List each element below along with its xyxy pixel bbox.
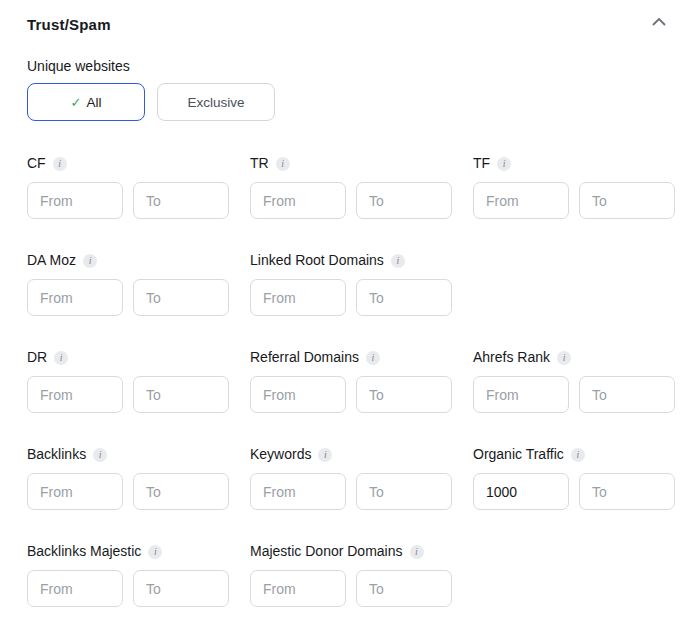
range-inputs (250, 376, 452, 413)
range-inputs (250, 279, 452, 316)
organic-traffic-to-input[interactable] (579, 473, 675, 510)
dr-to-input[interactable] (133, 376, 229, 413)
filter-group-linked-root-domains: Linked Root Domainsi (250, 252, 452, 316)
filter-row: Backlinks MajesticiMajestic Donor Domain… (27, 543, 676, 607)
filter-label-text: Backlinks Majestic (27, 543, 141, 560)
info-icon[interactable]: i (497, 157, 511, 171)
range-inputs (473, 376, 675, 413)
tf-from-input[interactable] (473, 182, 569, 219)
exclusive-button-label: Exclusive (187, 95, 244, 110)
filter-row: CFiTRiTFi (27, 155, 676, 219)
info-icon[interactable]: i (410, 545, 424, 559)
range-inputs (27, 182, 229, 219)
info-icon[interactable]: i (318, 448, 332, 462)
range-inputs (27, 279, 229, 316)
dr-from-input[interactable] (27, 376, 123, 413)
cf-from-input[interactable] (27, 182, 123, 219)
info-icon[interactable]: i (391, 254, 405, 268)
filter-group-organic-traffic: Organic Traffici (473, 446, 675, 510)
info-icon[interactable]: i (276, 157, 290, 171)
ahrefs-rank-to-input[interactable] (579, 376, 675, 413)
filter-group-referral-domains: Referral Domainsi (250, 349, 452, 413)
info-icon[interactable]: i (83, 254, 97, 268)
filter-label-text: TR (250, 155, 269, 172)
info-icon[interactable]: i (148, 545, 162, 559)
tr-from-input[interactable] (250, 182, 346, 219)
filter-label: DA Mozi (27, 252, 229, 269)
chevron-up-icon (652, 14, 666, 29)
majestic-donor-domains-to-input[interactable] (356, 570, 452, 607)
filter-label: Backlinksi (27, 446, 229, 463)
filter-group-da-moz: DA Mozi (27, 252, 229, 316)
unique-websites-all-button[interactable]: ✓ All (27, 83, 145, 121)
range-inputs (250, 473, 452, 510)
filter-label: Organic Traffici (473, 446, 675, 463)
unique-websites-exclusive-button[interactable]: Exclusive (157, 83, 275, 121)
trust-spam-panel: Trust/Spam Unique websites ✓ All Exclusi… (0, 0, 700, 617)
organic-traffic-from-input[interactable] (473, 473, 569, 510)
filter-label-text: Majestic Donor Domains (250, 543, 403, 560)
backlinks-majestic-from-input[interactable] (27, 570, 123, 607)
tr-to-input[interactable] (356, 182, 452, 219)
linked-root-domains-to-input[interactable] (356, 279, 452, 316)
referral-domains-to-input[interactable] (356, 376, 452, 413)
keywords-from-input[interactable] (250, 473, 346, 510)
filter-label: CFi (27, 155, 229, 172)
linked-root-domains-from-input[interactable] (250, 279, 346, 316)
filter-group-dr: DRi (27, 349, 229, 413)
filter-label: Keywordsi (250, 446, 452, 463)
majestic-donor-domains-from-input[interactable] (250, 570, 346, 607)
tf-to-input[interactable] (579, 182, 675, 219)
unique-websites-label: Unique websites (27, 58, 676, 75)
unique-websites-toggle-group: ✓ All Exclusive (27, 83, 676, 121)
cf-to-input[interactable] (133, 182, 229, 219)
range-inputs (250, 570, 452, 607)
info-icon[interactable]: i (557, 351, 571, 365)
info-icon[interactable]: i (54, 351, 68, 365)
filter-grid: CFiTRiTFiDA MoziLinked Root DomainsiDRiR… (27, 155, 676, 607)
filter-label-text: TF (473, 155, 490, 172)
panel-header: Trust/Spam (27, 15, 676, 35)
filter-label-text: Backlinks (27, 446, 86, 463)
filter-group-backlinks: Backlinksi (27, 446, 229, 510)
all-button-label: All (86, 95, 101, 110)
filter-row: BacklinksiKeywordsiOrganic Traffici (27, 446, 676, 510)
filter-label-text: Referral Domains (250, 349, 359, 366)
filter-label: Referral Domainsi (250, 349, 452, 366)
filter-row: DA MoziLinked Root Domainsi (27, 252, 676, 316)
filter-label: TFi (473, 155, 675, 172)
filter-label: Ahrefs Ranki (473, 349, 675, 366)
backlinks-to-input[interactable] (133, 473, 229, 510)
filter-label-text: CF (27, 155, 46, 172)
filter-label-text: Keywords (250, 446, 311, 463)
filter-group-cf: CFi (27, 155, 229, 219)
keywords-to-input[interactable] (356, 473, 452, 510)
filter-label: Backlinks Majestici (27, 543, 229, 560)
ahrefs-rank-from-input[interactable] (473, 376, 569, 413)
range-inputs (27, 570, 229, 607)
da-moz-from-input[interactable] (27, 279, 123, 316)
check-icon: ✓ (71, 96, 82, 109)
info-icon[interactable]: i (53, 157, 67, 171)
range-inputs (27, 376, 229, 413)
range-inputs (473, 182, 675, 219)
info-icon[interactable]: i (571, 448, 585, 462)
range-inputs (250, 182, 452, 219)
filter-label-text: Linked Root Domains (250, 252, 384, 269)
filter-row: DRiReferral DomainsiAhrefs Ranki (27, 349, 676, 413)
panel-title: Trust/Spam (27, 15, 111, 35)
range-inputs (27, 473, 229, 510)
referral-domains-from-input[interactable] (250, 376, 346, 413)
backlinks-majestic-to-input[interactable] (133, 570, 229, 607)
filter-group-keywords: Keywordsi (250, 446, 452, 510)
range-inputs (473, 473, 675, 510)
backlinks-from-input[interactable] (27, 473, 123, 510)
info-icon[interactable]: i (93, 448, 107, 462)
info-icon[interactable]: i (366, 351, 380, 365)
collapse-section-button[interactable] (648, 15, 670, 28)
da-moz-to-input[interactable] (133, 279, 229, 316)
filter-label: Majestic Donor Domainsi (250, 543, 452, 560)
filter-label: TRi (250, 155, 452, 172)
filter-label-text: DA Moz (27, 252, 76, 269)
filter-label-text: Organic Traffic (473, 446, 564, 463)
